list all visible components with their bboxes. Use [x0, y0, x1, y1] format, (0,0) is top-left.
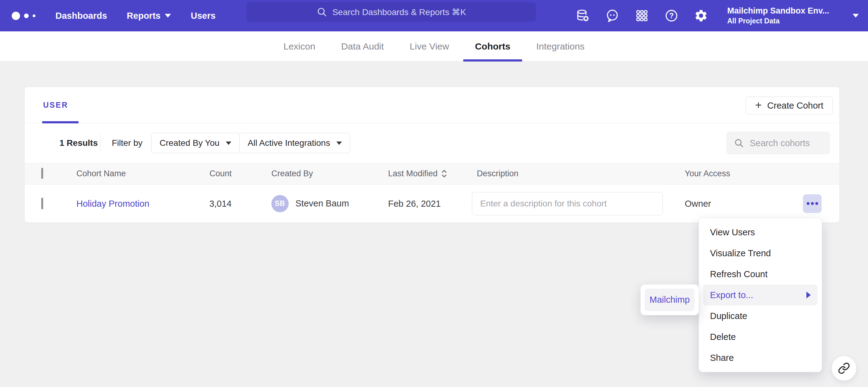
nav-reports[interactable]: Reports — [127, 11, 171, 21]
filter-by-label: Filter by — [112, 138, 143, 148]
description-field[interactable] — [480, 199, 655, 209]
select-all-checkbox[interactable] — [41, 168, 43, 179]
project-name: Mailchimp Sandbox Env... — [727, 6, 829, 16]
data-management-icon[interactable] — [576, 9, 590, 23]
header-description: Description — [477, 169, 518, 178]
cohort-count: 3,014 — [169, 199, 231, 209]
row-checkbox[interactable] — [41, 198, 43, 209]
apps-grid-icon[interactable] — [635, 9, 649, 23]
search-placeholder: Search Dashboards & Reports ⌘K — [332, 7, 466, 17]
avatar: SB — [271, 195, 289, 212]
tab-cohorts[interactable]: Cohorts — [474, 31, 512, 62]
search-icon — [316, 6, 328, 17]
data-management-tabs: Lexicon Data Audit Live View Cohorts Int… — [0, 31, 868, 62]
tab-lexicon[interactable]: Lexicon — [282, 31, 316, 62]
feedback-chat-icon[interactable] — [605, 9, 619, 23]
logo-dot-medium — [24, 13, 29, 18]
project-selector[interactable]: Mailchimp Sandbox Env... All Project Dat… — [727, 6, 829, 26]
creator-cell: SB Steven Baum — [271, 195, 349, 212]
menu-item-visualize-trend[interactable]: Visualize Trend — [699, 243, 822, 263]
search-cohorts-input[interactable] — [726, 132, 830, 154]
row-actions-context-menu: View Users Visualize Trend Refresh Count… — [699, 218, 822, 372]
table-row: Holiday Promotion 3,014 SB Steven Baum F… — [25, 184, 839, 222]
creator-name: Steven Baum — [296, 199, 349, 209]
last-modified-cell: Feb 26, 2021 — [388, 199, 441, 209]
header-count[interactable]: Count — [169, 169, 231, 178]
settings-gear-icon[interactable] — [694, 9, 708, 23]
search-icon — [734, 138, 744, 148]
cohorts-card-header: USER + Create Cohort — [25, 87, 839, 124]
cohort-name-link[interactable]: Holiday Promotion — [76, 199, 149, 208]
tab-integrations[interactable]: Integrations — [535, 31, 586, 62]
svg-text:?: ? — [669, 11, 674, 20]
mixpanel-logo-icon[interactable] — [12, 12, 35, 20]
filter-toolbar: 1 Results Filter by Created By You All A… — [25, 124, 839, 163]
ellipsis-icon — [811, 202, 814, 205]
header-last-modified[interactable]: Last Modified — [388, 169, 447, 178]
menu-item-view-users[interactable]: View Users — [699, 222, 822, 243]
logo-dot-large — [12, 12, 20, 20]
created-by-filter-value: Created By You — [160, 138, 220, 148]
active-tab-underline — [42, 121, 79, 124]
menu-item-delete[interactable]: Delete — [699, 326, 822, 347]
row-more-actions-button[interactable] — [803, 195, 822, 213]
header-cohort-name[interactable]: Cohort Name — [76, 169, 126, 178]
description-input[interactable] — [472, 192, 663, 215]
chevron-right-icon — [806, 292, 811, 298]
copy-link-button[interactable] — [831, 356, 857, 381]
search-cohorts-field[interactable] — [750, 138, 824, 148]
chevron-down-icon[interactable] — [852, 14, 859, 17]
submenu-item-mailchimp[interactable]: Mailchimp — [645, 288, 694, 311]
nav-users[interactable]: Users — [191, 11, 216, 21]
link-icon — [838, 362, 850, 375]
top-nav-right: ? Mailchimp Sandbox Env... All Project D… — [576, 0, 859, 31]
sort-icon — [441, 169, 447, 178]
header-last-modified-label: Last Modified — [388, 169, 438, 178]
project-scope: All Project Data — [727, 17, 829, 26]
table-header-row: Cohort Name Count Created By Last Modifi… — [25, 163, 839, 184]
tab-data-audit[interactable]: Data Audit — [340, 31, 385, 62]
integrations-filter-value: All Active Integrations — [248, 138, 330, 148]
plus-icon: + — [755, 100, 762, 111]
chevron-down-icon — [226, 142, 231, 145]
top-navigation-bar: Dashboards Reports Users Search Dashboar… — [0, 0, 868, 31]
divider — [100, 135, 100, 151]
chevron-down-icon — [336, 142, 342, 145]
integrations-filter-dropdown[interactable]: All Active Integrations — [239, 133, 350, 153]
header-created-by[interactable]: Created By — [271, 169, 313, 178]
export-to-label: Export to... — [710, 290, 753, 300]
chevron-down-icon — [165, 14, 171, 17]
results-count: 1 Results — [59, 138, 98, 148]
created-by-filter-dropdown[interactable]: Created By You — [151, 133, 240, 153]
menu-item-duplicate[interactable]: Duplicate — [699, 306, 822, 326]
menu-item-export-to[interactable]: Export to... — [703, 285, 817, 306]
ellipsis-icon — [815, 202, 818, 205]
global-search-bar[interactable]: Search Dashboards & Reports ⌘K — [246, 2, 536, 22]
header-your-access: Your Access — [685, 169, 730, 178]
help-icon[interactable]: ? — [664, 9, 679, 23]
cohorts-card: USER + Create Cohort 1 Results Filter by… — [24, 87, 840, 222]
create-cohort-label: Create Cohort — [767, 101, 823, 111]
logo-dot-small — [33, 14, 35, 17]
ellipsis-icon — [807, 202, 809, 205]
export-submenu: Mailchimp — [640, 284, 699, 315]
tab-user-cohorts[interactable]: USER — [43, 101, 68, 109]
create-cohort-button[interactable]: + Create Cohort — [746, 97, 833, 114]
nav-dashboards[interactable]: Dashboards — [56, 11, 107, 21]
primary-nav: Dashboards Reports Users — [56, 11, 216, 21]
menu-item-refresh-count[interactable]: Refresh Count — [699, 263, 822, 285]
access-cell: Owner — [685, 199, 711, 209]
tab-live-view[interactable]: Live View — [408, 31, 450, 62]
menu-item-share[interactable]: Share — [699, 347, 822, 368]
cohorts-page: Dashboards Reports Users Search Dashboar… — [0, 0, 868, 387]
